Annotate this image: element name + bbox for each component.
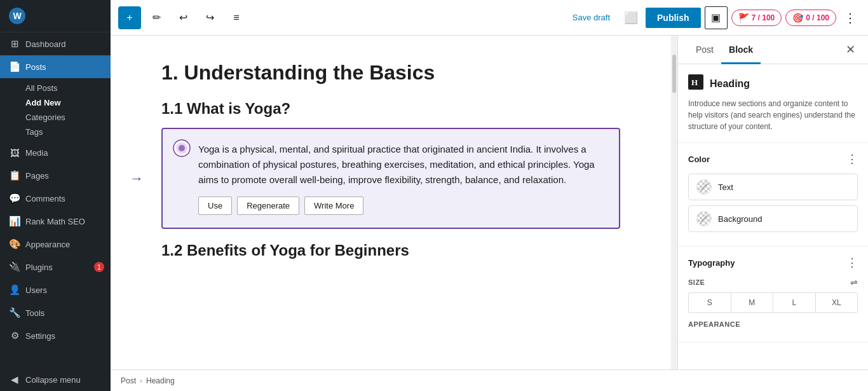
tools-icon: 🔧: [9, 307, 20, 319]
more-options-button[interactable]: ⋮: [840, 8, 860, 28]
sidebar-item-rankmath[interactable]: 📊 Rank Math SEO: [0, 210, 111, 233]
save-draft-button[interactable]: Save draft: [566, 9, 616, 26]
sidebar-item-pages[interactable]: 📋 Pages: [0, 164, 111, 187]
rank-score-button-2[interactable]: 🎯 0 / 100: [785, 10, 836, 26]
collapse-icon: ◀: [9, 374, 20, 385]
sidebar-item-settings[interactable]: ⚙ Settings: [0, 324, 111, 347]
typography-header: Typography ⋮: [688, 256, 858, 270]
sidebar-logo[interactable]: W: [0, 0, 111, 32]
ai-block-icon: [173, 139, 191, 157]
sidebar-item-media[interactable]: 🖼 Media: [0, 142, 111, 164]
rank-icon-2: 🎯: [792, 13, 803, 23]
tab-block[interactable]: Block: [721, 36, 761, 64]
plugins-badge: 1: [94, 262, 104, 272]
pencil-icon: ✏: [153, 11, 161, 24]
use-button[interactable]: Use: [198, 196, 232, 215]
more-icon: ⋮: [844, 11, 857, 25]
sidebar-item-label: Media: [25, 148, 48, 158]
text-color-row[interactable]: Text: [688, 174, 858, 200]
sidebar-tags[interactable]: Tags: [25, 125, 111, 139]
sidebar-add-new[interactable]: Add New: [25, 95, 111, 110]
undo-button[interactable]: ↩: [172, 6, 194, 29]
list-view-button[interactable]: ≡: [225, 6, 248, 29]
sidebar-item-posts[interactable]: 📄 Posts: [0, 55, 111, 78]
size-large-button[interactable]: L: [773, 293, 816, 312]
publish-button[interactable]: Publish: [646, 8, 701, 28]
svg-text:H: H: [691, 78, 698, 87]
typography-title: Typography: [688, 258, 735, 268]
sidebar-item-plugins[interactable]: 🔌 Plugins 1: [0, 256, 111, 278]
svg-line-6: [701, 216, 707, 222]
heading-block-icon: H: [688, 74, 703, 93]
sidebar-item-label: Dashboard: [25, 39, 66, 49]
ai-block-text: Yoga is a physical, mental, and spiritua…: [198, 142, 606, 188]
redo-icon: ↪: [206, 11, 214, 24]
post-heading-3[interactable]: 1.2 Benefits of Yoga for Beginners: [161, 242, 620, 259]
color-section-title: Color: [688, 154, 710, 164]
ai-arrow: →: [130, 170, 144, 187]
sidebar-item-label: Comments: [25, 194, 65, 203]
post-heading-1[interactable]: 1. Understanding the Basics: [161, 61, 620, 85]
scrollbar-thumb[interactable]: [672, 55, 676, 93]
sidebar-item-users[interactable]: 👤 Users: [0, 278, 111, 301]
background-color-label: Background: [718, 214, 762, 224]
editor-scrollbar[interactable]: [671, 36, 677, 369]
comments-icon: 💬: [9, 193, 20, 204]
editor-toolbar: + ✏ ↩ ↪ ≡ Save draft ⬜ Publish ▣ 🚩 7 /: [111, 0, 868, 36]
edit-button[interactable]: ✏: [145, 6, 168, 29]
text-color-swatch[interactable]: [696, 179, 712, 195]
regenerate-button[interactable]: Regenerate: [237, 196, 299, 215]
color-more-button[interactable]: ⋮: [846, 152, 858, 166]
sidebar-all-posts[interactable]: All Posts: [25, 81, 111, 95]
sidebar-item-dashboard[interactable]: ⊞ Dashboard: [0, 32, 111, 55]
ai-block-actions: Use Regenerate Write More: [198, 196, 606, 215]
sidebar-collapse[interactable]: ◀ Collapse menu: [0, 368, 111, 391]
sidebar-item-label: Posts: [25, 62, 46, 72]
users-icon: 👤: [9, 284, 20, 296]
collapse-label: Collapse menu: [25, 375, 81, 385]
sidebar-item-appearance[interactable]: 🎨 Appearance: [0, 233, 111, 256]
panel-close-button[interactable]: ✕: [843, 40, 858, 59]
color-section-header: Color ⋮: [688, 152, 858, 166]
main-area: + ✏ ↩ ↪ ≡ Save draft ⬜ Publish ▣ 🚩 7 /: [111, 0, 868, 391]
bg-color-swatch[interactable]: [696, 211, 712, 226]
sidebar-item-label: Plugins: [25, 263, 53, 272]
background-color-row[interactable]: Background: [688, 205, 858, 232]
sidebar-item-tools[interactable]: 🔧 Tools: [0, 301, 111, 324]
posts-icon: 📄: [9, 61, 20, 72]
breadcrumb-current: Heading: [146, 376, 175, 385]
right-panel: Post Block ✕ H: [677, 36, 868, 369]
breadcrumb-post[interactable]: Post: [121, 376, 136, 385]
size-small-button[interactable]: S: [689, 293, 731, 312]
rankmath-icon: 📊: [9, 216, 20, 227]
pages-icon: 📋: [9, 170, 20, 181]
sidebar: W ⊞ Dashboard 📄 Posts All Posts Add New …: [0, 0, 111, 391]
dashboard-icon: ⊞: [9, 38, 20, 50]
size-medium-button[interactable]: M: [731, 293, 774, 312]
redo-button[interactable]: ↪: [198, 6, 221, 29]
svg-point-2: [179, 145, 185, 151]
preview-button[interactable]: ⬜: [620, 7, 642, 29]
write-more-button[interactable]: Write More: [304, 196, 363, 215]
size-filter-button[interactable]: ⇌: [850, 277, 858, 287]
tab-post[interactable]: Post: [688, 36, 721, 64]
rank-score-button-1[interactable]: 🚩 7 / 100: [731, 10, 782, 26]
rank-icon-1: 🚩: [738, 13, 749, 23]
svg-line-5: [701, 184, 707, 190]
panel-body: H Heading Introduce new sections and org…: [678, 64, 868, 369]
plus-icon: +: [126, 12, 132, 24]
sidebar-toggle-button[interactable]: ▣: [705, 6, 728, 29]
sidebar-categories[interactable]: Categories: [25, 110, 111, 125]
close-icon: ✕: [846, 43, 855, 56]
sidebar-item-label: Rank Math SEO: [25, 217, 85, 226]
size-xl-button[interactable]: XL: [816, 293, 858, 312]
add-block-button[interactable]: +: [118, 6, 141, 29]
editor-area[interactable]: 1. Understanding the Basics 1.1 What is …: [111, 36, 671, 369]
color-section: Color ⋮ Text: [678, 143, 868, 247]
sidebar-item-label: Tools: [25, 308, 44, 318]
sidebar-item-comments[interactable]: 💬 Comments: [0, 187, 111, 210]
post-heading-2[interactable]: 1.1 What is Yoga?: [161, 100, 620, 118]
block-info-header: H Heading: [688, 74, 858, 93]
appearance-icon: 🎨: [9, 238, 20, 250]
typography-more-button[interactable]: ⋮: [846, 256, 858, 270]
